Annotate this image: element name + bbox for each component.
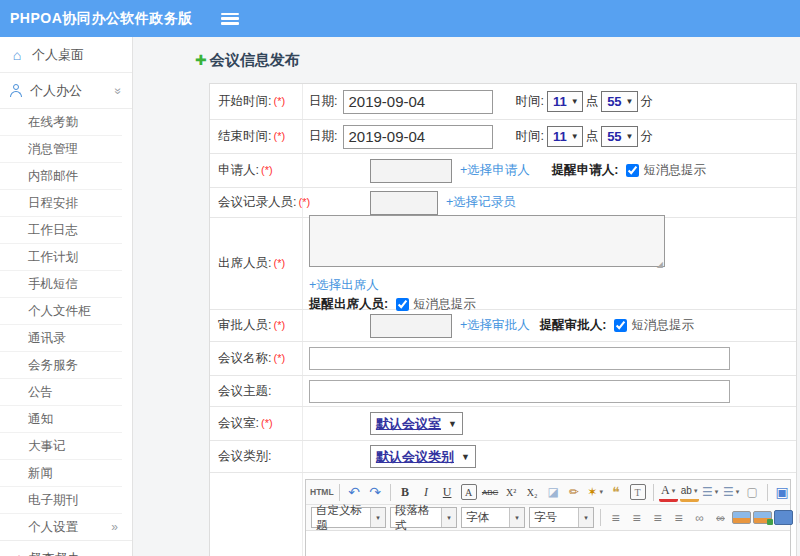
- meeting-room-select[interactable]: 默认会议室▼: [370, 412, 463, 435]
- sidebar-item[interactable]: 手机短信: [0, 271, 122, 298]
- sidebar-item[interactable]: 内部邮件: [0, 163, 122, 190]
- unlink-button[interactable]: ∞: [711, 508, 730, 528]
- dropdown-caret-icon: ▾: [672, 487, 676, 495]
- choose-recorder-link[interactable]: +选择记录员: [446, 194, 516, 211]
- align-justify-button[interactable]: ≡: [669, 508, 688, 528]
- recorder-input[interactable]: [370, 191, 438, 215]
- form-row-approver: 审批人员:(*) +选择审批人 提醒审批人: 短消息提示: [210, 310, 796, 342]
- fullscreen-button[interactable]: ▣: [773, 482, 792, 502]
- end-date-input[interactable]: [343, 125, 493, 149]
- hamburger-icon[interactable]: [221, 13, 239, 25]
- insert-video-button[interactable]: [774, 510, 793, 525]
- minute-unit-label: 分: [641, 93, 654, 110]
- sidebar-item[interactable]: 个人文件柜: [0, 298, 122, 325]
- html-source-button[interactable]: HTML: [310, 482, 334, 502]
- approver-label: 审批人员:: [218, 318, 271, 332]
- approver-sms-checkbox[interactable]: [614, 319, 627, 332]
- meeting-name-label: 会议名称:: [218, 351, 271, 365]
- start-date-input[interactable]: [343, 90, 493, 114]
- underline-button[interactable]: U: [438, 482, 457, 502]
- start-hour-select[interactable]: 11▼: [547, 91, 583, 112]
- select-label: 段落格式: [391, 508, 441, 527]
- top-bar: PHPOA协同办公软件政务版: [0, 0, 800, 37]
- ordered-list-button[interactable]: ☰▾: [701, 482, 720, 502]
- italic-button[interactable]: I: [417, 482, 436, 502]
- choose-approver-link[interactable]: +选择审批人: [460, 317, 530, 334]
- subscript-button[interactable]: X₂: [523, 482, 542, 502]
- insert-table-button[interactable]: ⊞: [795, 508, 800, 528]
- meeting-subject-input[interactable]: [309, 380, 730, 403]
- insert-image-button[interactable]: [732, 511, 751, 524]
- align-left-button[interactable]: ≡: [606, 508, 625, 528]
- start-time-label: 开始时间:: [218, 94, 271, 108]
- attendees-textarea[interactable]: [309, 215, 665, 267]
- sidebar-item-label: 督查督办: [29, 550, 81, 556]
- sidebar-item[interactable]: 电子期刊: [0, 487, 122, 514]
- choose-applicant-link[interactable]: +选择申请人: [460, 162, 530, 179]
- format-brush-button[interactable]: ✏: [565, 482, 584, 502]
- undo-button[interactable]: ↶: [345, 482, 364, 502]
- dropdown-arrow-icon: ▼: [571, 97, 579, 106]
- redo-button[interactable]: ↷: [366, 482, 385, 502]
- char-border-button[interactable]: A: [461, 484, 477, 500]
- meeting-name-input[interactable]: [309, 347, 730, 370]
- start-minute-select[interactable]: 55▼: [601, 91, 637, 112]
- required-mark: (*): [298, 196, 310, 208]
- sidebar-item-supervision[interactable]: ✂ 督查督办 »: [0, 540, 132, 556]
- highlight-color-button[interactable]: ab▾: [680, 483, 699, 502]
- applicant-sms-checkbox[interactable]: [626, 164, 639, 177]
- hour-unit-label: 点: [586, 128, 599, 145]
- sidebar-item[interactable]: 通知: [0, 406, 122, 433]
- end-minute-select[interactable]: 55▼: [601, 126, 637, 147]
- superscript-button[interactable]: X²: [502, 482, 521, 502]
- choose-attendees-link[interactable]: +选择出席人: [309, 278, 379, 292]
- attendees-label: 出席人员:: [218, 256, 271, 270]
- sidebar-item[interactable]: 大事记: [0, 433, 122, 460]
- sidebar-item[interactable]: 通讯录: [0, 325, 122, 352]
- sidebar-item[interactable]: 会务服务: [0, 352, 122, 379]
- sidebar-item[interactable]: 消息管理: [0, 136, 122, 163]
- required-mark: (*): [273, 95, 285, 107]
- bold-button[interactable]: B: [396, 482, 415, 502]
- toolbar-separator: [767, 484, 768, 501]
- editor-content-area[interactable]: [306, 530, 790, 556]
- sidebar-item[interactable]: 新闻: [0, 460, 122, 487]
- paste-text-button[interactable]: T: [630, 484, 646, 500]
- sidebar-item[interactable]: 工作日志: [0, 217, 122, 244]
- align-center-button[interactable]: ≡: [627, 508, 646, 528]
- sidebar-item-personal-office[interactable]: 个人办公 »: [0, 73, 132, 109]
- unordered-list-button[interactable]: ☰▾: [722, 482, 741, 502]
- end-hour-select[interactable]: 11▼: [547, 126, 583, 147]
- sidebar-item[interactable]: 日程安排: [0, 190, 122, 217]
- sidebar-item[interactable]: 公告: [0, 379, 122, 406]
- end-time-label: 结束时间:: [218, 129, 271, 143]
- custom-title-select[interactable]: 自定义标题▾: [311, 507, 386, 528]
- sidebar-item[interactable]: 工作计划: [0, 244, 122, 271]
- dropdown-arrow-icon: ▼: [461, 452, 470, 462]
- sidebar-item-personal-desktop[interactable]: ⌂ 个人桌面: [0, 37, 132, 73]
- image-manager-button[interactable]: [753, 511, 772, 524]
- link-button[interactable]: ∞: [690, 508, 709, 528]
- resize-grip-icon[interactable]: ◢: [657, 260, 663, 269]
- dropdown-caret-icon: ▾: [599, 488, 603, 496]
- font-size-select[interactable]: 字号▾: [529, 507, 594, 528]
- font-family-select[interactable]: 字体▾: [461, 507, 525, 528]
- strikethrough-button[interactable]: ABC: [481, 482, 500, 502]
- eraser-button[interactable]: ◪: [544, 482, 563, 502]
- align-right-button[interactable]: ≡: [648, 508, 667, 528]
- blockquote-button[interactable]: ❝: [607, 482, 626, 502]
- new-page-button[interactable]: ▢: [743, 482, 762, 502]
- approver-input[interactable]: [370, 314, 452, 338]
- select-label: 自定义标题: [312, 508, 370, 527]
- page-title-text: 会议信息发布: [210, 51, 300, 70]
- sidebar-item[interactable]: 在线考勤: [0, 109, 122, 136]
- auto-typeset-button[interactable]: ✶▾: [586, 482, 605, 502]
- paragraph-format-select[interactable]: 段落格式▾: [390, 507, 457, 528]
- sms-notice-label: 短消息提示: [631, 317, 694, 334]
- toolbar-separator: [339, 484, 340, 501]
- rich-text-editor: HTML↶↷BIUAABCX²X₂◪✏✶▾❝TA▾ab▾☰▾☰▾▢▣ 自定义标题…: [305, 479, 791, 556]
- applicant-input[interactable]: [370, 159, 452, 183]
- meeting-category-select[interactable]: 默认会议类别▼: [370, 445, 476, 468]
- sidebar-item-personal-settings[interactable]: 个人设置 »: [0, 514, 132, 540]
- font-color-button[interactable]: A▾: [659, 483, 678, 502]
